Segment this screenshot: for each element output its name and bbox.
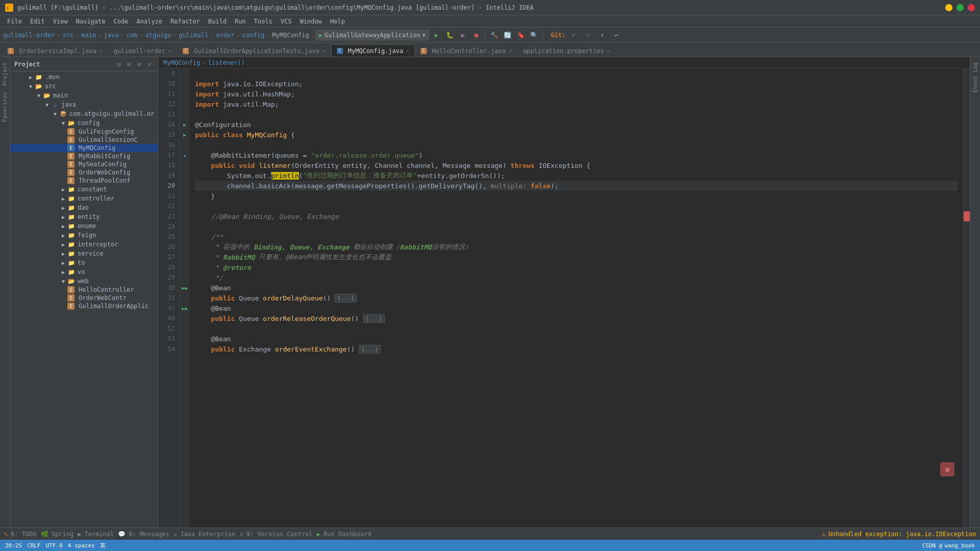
sidebar-locate-icon[interactable]: ◎ [115,60,123,68]
bookmark-17[interactable]: ⬥ [183,153,186,158]
run-button[interactable]: ▶ [430,29,443,41]
right-scrollbar[interactable] [963,68,970,528]
menu-tools[interactable]: Tools [250,15,277,27]
tree-item-web[interactable]: ▼ 📂 web [10,277,158,286]
sidebar-collapse-icon[interactable]: ⊟ [125,60,133,68]
code-fold-54[interactable]: {...} [359,345,381,354]
minimize-button[interactable] [945,4,952,11]
breadcrumb-order[interactable]: order [216,32,234,39]
breadcrumb-config[interactable]: config [242,32,264,39]
todo-tab[interactable]: ✎ 6: TODO [4,531,37,538]
status-indent[interactable]: 4 spaces [68,542,95,549]
status-encoding[interactable]: UTF-8 [46,542,63,549]
build-button[interactable]: 🔨 [488,29,500,41]
tree-item-constant[interactable]: ▶ 📁 constant [10,185,158,194]
tab-orderserviceimpl[interactable]: C OrderServiceImpl.java ✕ [2,44,108,57]
menu-edit[interactable]: Edit [26,15,49,27]
breadcrumb-atguigu[interactable]: atguigu [145,32,172,39]
debug-button[interactable]: 🐛 [444,29,456,41]
breadcrumb-src[interactable]: src [62,32,74,39]
tool-favorites[interactable]: Favorites [1,89,9,126]
git-commit[interactable]: ✓ [582,29,594,41]
code-fold-48[interactable]: {...} [363,314,385,323]
error-overlay-icon[interactable]: ⊗ [940,462,954,477]
tree-item-config[interactable]: ▼ 📂 config [10,118,158,128]
tree-item-main[interactable]: ▼ 📂 main [10,91,158,100]
tab-close-mymqconfig[interactable]: ✕ [406,48,409,54]
sync-button[interactable]: 🔄 [501,29,513,41]
run-dashboard-tab[interactable]: ▶ Run Dashboard [317,531,372,538]
status-line-ending[interactable]: CRLF [27,542,41,549]
spring-tab[interactable]: 🌿 Spring [41,531,74,538]
messages-tab[interactable]: 💬 0: Messages [118,531,169,538]
status-position[interactable]: 20:25 [5,542,22,549]
menu-code[interactable]: Code [110,15,133,27]
java-enterprise-tab[interactable]: ☕ Java Enterprise [174,531,236,538]
code-editor[interactable]: 9 10 11 12 13 14 15 16 17 18 19 20 21 22… [158,68,970,528]
tree-item-enume[interactable]: ▶ 📁 enume [10,221,158,231]
breadcrumb-com[interactable]: com [127,32,138,39]
tool-project[interactable]: Project [1,59,9,89]
tree-item-feign[interactable]: ▶ 📁 feign [10,231,158,240]
tree-item-src[interactable]: ▼ 📂 src [10,82,158,91]
tree-item-service[interactable]: ▶ 📁 service [10,249,158,258]
status-csdn[interactable]: CSDN @wang_book [922,542,975,549]
search-everywhere[interactable]: 🔍 [528,29,540,41]
tree-item-java[interactable]: ▼ ☕ java [10,100,158,109]
tree-item-package[interactable]: ▼ 📦 com.atguigu.gulimall.or [10,109,158,118]
maximize-button[interactable] [957,4,964,11]
menu-vcs[interactable]: VCS [277,15,296,27]
tree-item-gulifeign[interactable]: C GuliFeignConfig [10,128,158,136]
tree-item-controller[interactable]: ▶ 📁 controller [10,194,158,203]
tab-applicationproperties[interactable]: application.properties ✕ [518,44,616,57]
tree-item-interceptor[interactable]: ▶ 📁 interceptor [10,240,158,249]
menu-navigate[interactable]: Navigate [72,15,110,27]
sidebar-close-icon[interactable]: ✕ [145,60,154,68]
tab-close-properties[interactable]: ✕ [607,48,610,54]
tree-item-entity[interactable]: ▶ 📁 entity [10,212,158,221]
tree-item-to[interactable]: ▶ 📁 to [10,258,158,267]
breadcrumb-gulimall[interactable]: gulimall [179,32,208,39]
version-control-tab[interactable]: ↕ 9: Version Control [239,531,312,538]
terminal-tab[interactable]: ▶ Terminal [78,531,114,538]
git-push[interactable]: ↑ [596,29,608,41]
breadcrumb-java[interactable]: java [104,32,118,39]
tree-item-orderwebcontr[interactable]: C OrderWebContr [10,294,158,302]
run-gutter-30[interactable]: ▶▶ [182,285,188,291]
tab-hellocontroller[interactable]: C HelloController.java ✕ [415,44,518,57]
tab-close-orderserviceimpl[interactable]: ✕ [100,48,103,54]
tree-item-myseata[interactable]: C MySeataConfig [10,160,158,168]
tree-item-myrabbit[interactable]: C MyRabbitConfig [10,152,158,160]
tab-close-tests[interactable]: ✕ [323,48,326,54]
close-button[interactable] [968,4,975,11]
tool-event-log[interactable]: Event Log [971,59,979,96]
tab-close-hello[interactable]: ✕ [509,48,512,54]
code-fold-31[interactable]: {...} [335,294,357,303]
bc-mymqconfig[interactable]: MyMQConfig [163,59,200,66]
tree-item-app[interactable]: C GulimallOrderApplic [10,302,158,310]
git-revert[interactable]: ↩ [610,29,623,41]
run-config-selector[interactable]: ▶ GulimallGatewayApplication ▼ [315,30,430,41]
run-gutter-47[interactable]: ▶▶ [182,306,188,311]
run-gutter-15[interactable]: ▶ [183,132,186,138]
tree-item-mvn[interactable]: ▶ 📁 .mvn [10,72,158,82]
tree-item-threadpool[interactable]: C ThreadPoolConf [10,177,158,185]
menu-build[interactable]: Build [204,15,231,27]
run-gutter-14[interactable]: ▶ [183,122,186,128]
bc-listener[interactable]: listener() [208,59,244,66]
menu-analyze[interactable]: Analyze [132,15,166,27]
status-language[interactable]: 英 [100,542,106,549]
tab-close-gulimall-order[interactable]: ✕ [168,48,172,54]
menu-run[interactable]: Run [231,15,250,27]
tree-item-dao[interactable]: ▶ 📁 dao [10,203,158,212]
menu-view[interactable]: View [49,15,72,27]
bookmark-button[interactable]: 🔖 [514,29,527,41]
tree-item-hellocontroller[interactable]: C HelloController [10,286,158,294]
menu-help[interactable]: Help [326,15,349,27]
menu-window[interactable]: Window [296,15,326,27]
run-with-coverage[interactable]: ▶ [457,29,469,41]
tree-item-orderweb[interactable]: C OrderWebConfig [10,168,158,177]
tree-item-gulimallsession[interactable]: C GulimallSessionC [10,136,158,144]
tree-item-vo[interactable]: ▶ 📁 vo [10,267,158,277]
tree-item-mymqconfig[interactable]: C MyMQConfig [10,144,158,152]
